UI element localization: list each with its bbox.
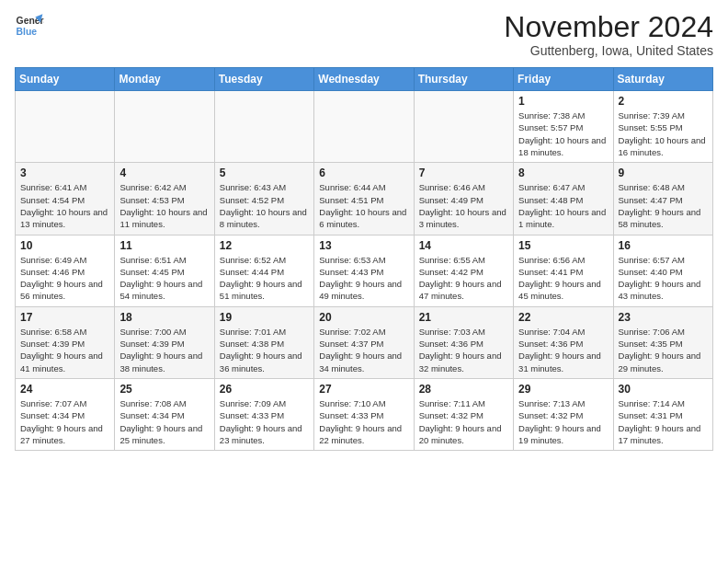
day-cell: 4Sunrise: 6:42 AMSunset: 4:53 PMDaylight…	[115, 163, 214, 235]
day-cell: 15Sunrise: 6:56 AMSunset: 4:41 PMDayligh…	[514, 235, 613, 306]
day-info: Sunrise: 6:57 AMSunset: 4:40 PMDaylight:…	[619, 254, 708, 303]
week-row-1: 1Sunrise: 7:38 AMSunset: 5:57 PMDaylight…	[16, 91, 713, 163]
day-cell: 21Sunrise: 7:03 AMSunset: 4:36 PMDayligh…	[414, 306, 513, 378]
day-number: 15	[518, 239, 608, 252]
day-cell: 12Sunrise: 6:52 AMSunset: 4:44 PMDayligh…	[214, 235, 313, 306]
title-block: November 2024 Guttenberg, Iowa, United S…	[504, 11, 713, 58]
day-number: 24	[20, 383, 109, 396]
day-number: 16	[619, 239, 708, 252]
day-info: Sunrise: 7:39 AMSunset: 5:55 PMDaylight:…	[619, 109, 708, 158]
day-info: Sunrise: 7:00 AMSunset: 4:39 PMDaylight:…	[119, 326, 209, 374]
day-info: Sunrise: 6:47 AMSunset: 4:48 PMDaylight:…	[518, 181, 608, 230]
day-cell: 26Sunrise: 7:09 AMSunset: 4:33 PMDayligh…	[214, 378, 313, 450]
day-info: Sunrise: 6:58 AMSunset: 4:39 PMDaylight:…	[20, 326, 109, 374]
day-number: 7	[419, 167, 508, 179]
day-info: Sunrise: 6:55 AMSunset: 4:42 PMDaylight:…	[419, 254, 508, 303]
day-info: Sunrise: 6:42 AMSunset: 4:53 PMDaylight:…	[119, 181, 209, 230]
day-cell: 23Sunrise: 7:06 AMSunset: 4:35 PMDayligh…	[613, 306, 712, 378]
day-cell: 3Sunrise: 6:41 AMSunset: 4:54 PMDaylight…	[16, 163, 115, 235]
day-number: 11	[119, 239, 209, 252]
day-cell: 1Sunrise: 7:38 AMSunset: 5:57 PMDaylight…	[514, 91, 613, 163]
day-cell: 14Sunrise: 6:55 AMSunset: 4:42 PMDayligh…	[414, 235, 513, 306]
day-number: 18	[119, 311, 209, 324]
day-cell: 18Sunrise: 7:00 AMSunset: 4:39 PMDayligh…	[115, 306, 214, 378]
day-number: 30	[619, 383, 708, 396]
column-header-saturday: Saturday	[613, 68, 712, 91]
day-number: 4	[119, 167, 209, 179]
day-info: Sunrise: 7:11 AMSunset: 4:32 PMDaylight:…	[419, 397, 508, 446]
column-header-wednesday: Wednesday	[314, 68, 414, 91]
day-info: Sunrise: 7:06 AMSunset: 4:35 PMDaylight:…	[619, 326, 708, 374]
day-number: 21	[419, 311, 508, 324]
day-info: Sunrise: 7:09 AMSunset: 4:33 PMDaylight:…	[220, 397, 309, 446]
day-number: 26	[220, 383, 309, 396]
day-number: 25	[119, 383, 209, 396]
day-cell: 16Sunrise: 6:57 AMSunset: 4:40 PMDayligh…	[613, 235, 712, 306]
day-cell: 19Sunrise: 7:01 AMSunset: 4:38 PMDayligh…	[214, 306, 313, 378]
day-number: 5	[220, 167, 309, 179]
week-row-2: 3Sunrise: 6:41 AMSunset: 4:54 PMDaylight…	[16, 163, 713, 235]
week-row-5: 24Sunrise: 7:07 AMSunset: 4:34 PMDayligh…	[16, 378, 713, 450]
day-cell: 13Sunrise: 6:53 AMSunset: 4:43 PMDayligh…	[314, 235, 414, 306]
day-cell	[414, 91, 513, 163]
day-cell	[214, 91, 313, 163]
day-info: Sunrise: 6:44 AMSunset: 4:51 PMDaylight:…	[319, 181, 408, 230]
day-info: Sunrise: 6:52 AMSunset: 4:44 PMDaylight:…	[220, 254, 309, 303]
day-info: Sunrise: 6:46 AMSunset: 4:49 PMDaylight:…	[419, 181, 508, 230]
day-info: Sunrise: 7:13 AMSunset: 4:32 PMDaylight:…	[518, 397, 608, 446]
day-info: Sunrise: 7:07 AMSunset: 4:34 PMDaylight:…	[20, 397, 109, 446]
day-number: 17	[20, 311, 109, 324]
location: Guttenberg, Iowa, United States	[504, 43, 713, 58]
day-cell: 5Sunrise: 6:43 AMSunset: 4:52 PMDaylight…	[214, 163, 313, 235]
day-cell: 9Sunrise: 6:48 AMSunset: 4:47 PMDaylight…	[613, 163, 712, 235]
day-info: Sunrise: 6:48 AMSunset: 4:47 PMDaylight:…	[619, 181, 708, 230]
day-cell: 20Sunrise: 7:02 AMSunset: 4:37 PMDayligh…	[314, 306, 414, 378]
day-number: 1	[518, 95, 608, 108]
logo-icon: General Blue	[15, 11, 44, 40]
column-header-tuesday: Tuesday	[214, 68, 313, 91]
day-cell: 28Sunrise: 7:11 AMSunset: 4:32 PMDayligh…	[414, 378, 513, 450]
header-row: SundayMondayTuesdayWednesdayThursdayFrid…	[16, 68, 713, 91]
day-number: 29	[518, 383, 608, 396]
calendar-table: SundayMondayTuesdayWednesdayThursdayFrid…	[15, 67, 713, 451]
day-cell	[115, 91, 214, 163]
svg-text:Blue: Blue	[17, 27, 38, 37]
day-cell: 6Sunrise: 6:44 AMSunset: 4:51 PMDaylight…	[314, 163, 414, 235]
day-cell: 8Sunrise: 6:47 AMSunset: 4:48 PMDaylight…	[514, 163, 613, 235]
day-cell: 29Sunrise: 7:13 AMSunset: 4:32 PMDayligh…	[514, 378, 613, 450]
day-cell	[314, 91, 414, 163]
day-info: Sunrise: 7:04 AMSunset: 4:36 PMDaylight:…	[518, 326, 608, 374]
day-number: 6	[319, 167, 408, 179]
day-info: Sunrise: 7:38 AMSunset: 5:57 PMDaylight:…	[518, 109, 608, 158]
day-info: Sunrise: 7:14 AMSunset: 4:31 PMDaylight:…	[619, 397, 708, 446]
day-cell: 27Sunrise: 7:10 AMSunset: 4:33 PMDayligh…	[314, 378, 414, 450]
week-row-4: 17Sunrise: 6:58 AMSunset: 4:39 PMDayligh…	[16, 306, 713, 378]
day-number: 9	[619, 167, 708, 179]
day-number: 19	[220, 311, 309, 324]
day-cell: 10Sunrise: 6:49 AMSunset: 4:46 PMDayligh…	[16, 235, 115, 306]
day-cell: 11Sunrise: 6:51 AMSunset: 4:45 PMDayligh…	[115, 235, 214, 306]
column-header-monday: Monday	[115, 68, 214, 91]
day-cell: 7Sunrise: 6:46 AMSunset: 4:49 PMDaylight…	[414, 163, 513, 235]
day-number: 14	[419, 239, 508, 252]
column-header-sunday: Sunday	[16, 68, 115, 91]
day-number: 12	[220, 239, 309, 252]
week-row-3: 10Sunrise: 6:49 AMSunset: 4:46 PMDayligh…	[16, 235, 713, 306]
day-info: Sunrise: 6:51 AMSunset: 4:45 PMDaylight:…	[119, 254, 209, 303]
month-title: November 2024	[504, 11, 713, 43]
day-cell: 24Sunrise: 7:07 AMSunset: 4:34 PMDayligh…	[16, 378, 115, 450]
day-number: 10	[20, 239, 109, 252]
day-info: Sunrise: 6:53 AMSunset: 4:43 PMDaylight:…	[319, 254, 408, 303]
day-number: 13	[319, 239, 408, 252]
day-number: 2	[619, 95, 708, 108]
day-info: Sunrise: 6:56 AMSunset: 4:41 PMDaylight:…	[518, 254, 608, 303]
day-info: Sunrise: 7:01 AMSunset: 4:38 PMDaylight:…	[220, 326, 309, 374]
day-number: 8	[518, 167, 608, 179]
day-number: 22	[518, 311, 608, 324]
day-number: 23	[619, 311, 708, 324]
day-info: Sunrise: 7:02 AMSunset: 4:37 PMDaylight:…	[319, 326, 408, 374]
day-number: 27	[319, 383, 408, 396]
day-number: 28	[419, 383, 508, 396]
day-cell: 30Sunrise: 7:14 AMSunset: 4:31 PMDayligh…	[613, 378, 712, 450]
column-header-thursday: Thursday	[414, 68, 513, 91]
